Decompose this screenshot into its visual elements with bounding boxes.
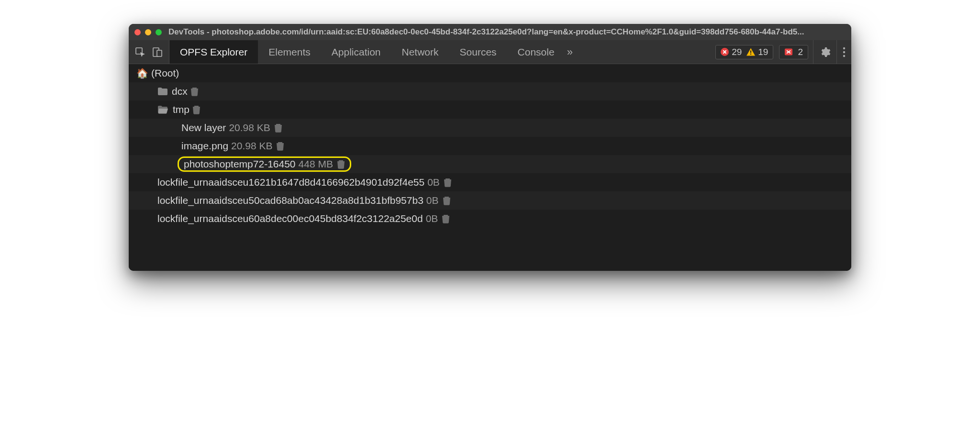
tree-file[interactable]: New layer 20.98 KB: [129, 119, 851, 137]
folder-icon: [157, 87, 168, 96]
inspect-element-icon[interactable]: [134, 46, 146, 58]
file-name: New layer: [181, 122, 226, 134]
tab-elements[interactable]: Elements: [258, 40, 321, 64]
tab-opfs-explorer[interactable]: OPFS Explorer: [169, 40, 258, 64]
home-icon: 🏠: [136, 67, 148, 79]
tree-root[interactable]: 🏠 (Root): [129, 64, 851, 82]
issues-icon: [784, 48, 793, 56]
tab-sources[interactable]: Sources: [449, 40, 507, 64]
settings-gear-icon[interactable]: [819, 46, 831, 58]
delete-icon[interactable]: [443, 196, 451, 205]
close-window-button[interactable]: [134, 29, 141, 35]
kebab-menu-icon[interactable]: [843, 47, 846, 57]
svg-rect-4: [750, 51, 751, 53]
delete-icon[interactable]: [444, 178, 452, 187]
more-tabs-icon[interactable]: »: [565, 40, 575, 64]
tree-file-highlighted[interactable]: photoshoptemp72-16450 448 MB: [129, 155, 851, 173]
highlight-annotation: photoshoptemp72-16450 448 MB: [178, 156, 351, 172]
folder-name: dcx: [172, 86, 188, 97]
opfs-tree: 🏠 (Root) dcx tmp New layer 20.98 KB: [129, 64, 851, 271]
file-name: lockfile_urnaaidsceu60a8dec00ec045bd834f…: [157, 213, 423, 224]
file-size: 0B: [427, 177, 440, 188]
delete-icon[interactable]: [337, 159, 345, 169]
svg-point-9: [843, 55, 845, 56]
tree-file[interactable]: lockfile_urnaaidsceu50cad68ab0ac43428a8d…: [129, 191, 851, 210]
file-name: image.png: [181, 140, 228, 152]
tab-network[interactable]: Network: [391, 40, 449, 64]
zoom-window-button[interactable]: [156, 29, 162, 35]
error-warning-badge[interactable]: 29 19: [715, 45, 773, 59]
tree-file[interactable]: image.png 20.98 KB: [129, 137, 851, 155]
warning-icon: [746, 48, 755, 56]
window-controls: [134, 29, 162, 35]
error-icon: [721, 48, 729, 56]
root-label: (Root): [151, 67, 179, 79]
file-size: 20.98 KB: [229, 122, 270, 134]
file-name: lockfile_urnaaidsceu1621b1647d8d4166962b…: [157, 177, 424, 188]
folder-name: tmp: [173, 104, 189, 115]
titlebar: DevTools - photoshop.adobe.com/id/urn:aa…: [129, 24, 851, 40]
error-count: 29: [732, 47, 742, 57]
warning-count: 19: [758, 47, 768, 57]
tree-folder[interactable]: dcx: [129, 82, 851, 100]
minimize-window-button[interactable]: [145, 29, 151, 35]
issues-badge[interactable]: 2: [779, 45, 808, 59]
file-name: lockfile_urnaaidsceu50cad68ab0ac43428a8d…: [157, 195, 423, 206]
svg-point-7: [843, 47, 845, 49]
file-name: photoshoptemp72-16450: [184, 158, 296, 170]
delete-icon[interactable]: [190, 87, 199, 96]
delete-icon[interactable]: [192, 105, 200, 114]
tree-folder[interactable]: tmp: [129, 100, 851, 119]
window-title: DevTools - photoshop.adobe.com/id/urn:aa…: [168, 27, 846, 37]
svg-rect-2: [157, 50, 162, 56]
panel-tabs: OPFS Explorer Elements Application Netwo…: [169, 40, 575, 64]
tree-file[interactable]: lockfile_urnaaidsceu60a8dec00ec045bd834f…: [129, 210, 851, 228]
svg-rect-5: [750, 54, 751, 55]
folder-open-icon: [157, 105, 169, 114]
file-size: 0B: [426, 213, 438, 224]
file-size: 448 MB: [299, 158, 333, 170]
devtools-window: DevTools - photoshop.adobe.com/id/urn:aa…: [129, 24, 851, 271]
tab-application[interactable]: Application: [321, 40, 391, 64]
svg-point-8: [843, 51, 845, 53]
file-size: 20.98 KB: [231, 140, 272, 152]
devtools-toolbar: OPFS Explorer Elements Application Netwo…: [129, 40, 851, 64]
tree-file[interactable]: lockfile_urnaaidsceu1621b1647d8d4166962b…: [129, 173, 851, 191]
delete-icon[interactable]: [276, 141, 284, 151]
tab-console[interactable]: Console: [507, 40, 565, 64]
issues-count: 2: [798, 47, 803, 57]
delete-icon[interactable]: [442, 214, 450, 223]
device-toolbar-icon[interactable]: [152, 46, 163, 58]
file-size: 0B: [426, 195, 439, 206]
delete-icon[interactable]: [274, 123, 282, 133]
